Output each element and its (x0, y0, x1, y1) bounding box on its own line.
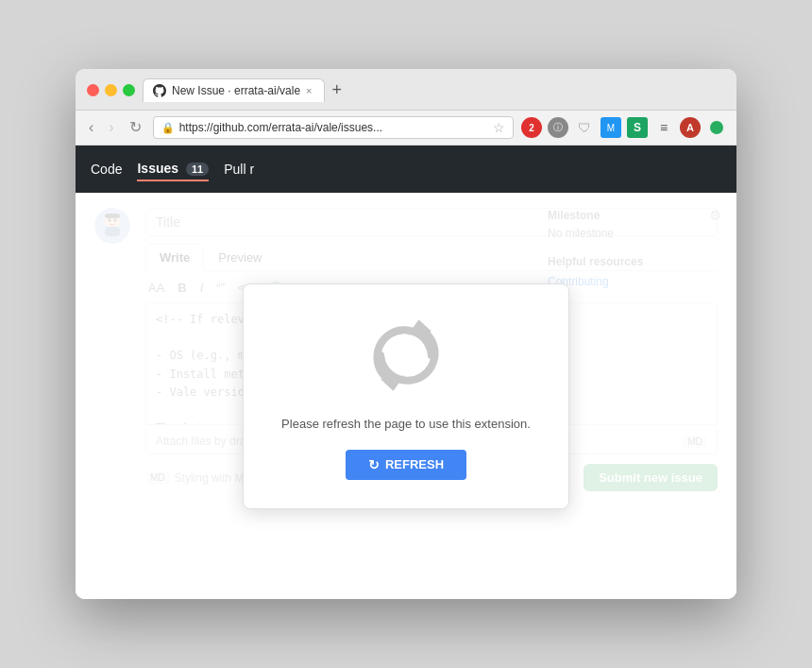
extension-overlay: Please refresh the page to use this exte… (76, 193, 736, 599)
issues-badge: 11 (186, 163, 209, 176)
forward-button[interactable]: › (105, 118, 117, 137)
maximize-button[interactable] (123, 84, 135, 96)
green-dot-icon (706, 117, 727, 138)
refresh-nav-button[interactable]: ↻ (126, 118, 145, 137)
bookmark-icon[interactable]: ☆ (493, 120, 505, 135)
lock-icon: 🔒 (161, 122, 175, 134)
info-icon[interactable]: ⓘ (548, 117, 568, 138)
url-bar[interactable]: 🔒 https://github.com/errata-ai/vale/issu… (153, 116, 514, 139)
browser-toolbar-icons: 2 ⓘ 🛡 M S ≡ A (521, 117, 727, 138)
github-nav: Code Issues 11 Pull r (76, 146, 736, 193)
refresh-button-icon: ↻ (368, 457, 380, 472)
refresh-button[interactable]: ↻ REFRESH (346, 450, 466, 480)
nav-code[interactable]: Code (91, 158, 122, 180)
list-icon[interactable]: ≡ (653, 117, 674, 138)
window-buttons (87, 84, 135, 96)
github-body: Code Issues 11 Pull r (76, 146, 736, 599)
new-tab-button[interactable]: + (327, 81, 348, 102)
tabs-row: New Issue · errata-ai/vale × + (143, 78, 347, 102)
lastpass-icon[interactable]: 2 (521, 117, 542, 138)
github-tab-icon (153, 84, 166, 97)
refresh-modal: Please refresh the page to use this exte… (243, 283, 569, 509)
minimize-button[interactable] (105, 84, 117, 96)
nav-issues[interactable]: Issues 11 (137, 157, 209, 181)
back-button[interactable]: ‹ (85, 118, 97, 137)
skype-icon[interactable]: S (627, 117, 648, 138)
title-bar: New Issue · errata-ai/vale × + (76, 69, 736, 111)
nav-pullrequests[interactable]: Pull r (224, 158, 254, 180)
address-bar: ‹ › ↻ 🔒 https://github.com/errata-ai/val… (76, 111, 736, 146)
tab-title: New Issue · errata-ai/vale (172, 84, 300, 97)
url-text: https://github.com/errata-ai/vale/issues… (179, 121, 488, 134)
tab-close-button[interactable]: × (306, 85, 312, 96)
close-button[interactable] (87, 84, 99, 96)
browser-tab[interactable]: New Issue · errata-ai/vale × (143, 78, 325, 102)
refresh-button-label: REFRESH (385, 457, 444, 471)
refresh-icon (364, 313, 448, 398)
browser-window: New Issue · errata-ai/vale × + ‹ › ↻ 🔒 h… (76, 69, 736, 599)
shield-icon[interactable]: 🛡 (574, 117, 595, 138)
refresh-message: Please refresh the page to use this exte… (281, 417, 531, 431)
extension-blue-icon[interactable]: M (601, 117, 621, 138)
issue-area: Write Preview AA B I “” <> 🔗 <!-- If rel… (76, 193, 736, 599)
refresh-icon-container (281, 313, 531, 402)
user-avatar-button[interactable]: A (680, 117, 701, 138)
